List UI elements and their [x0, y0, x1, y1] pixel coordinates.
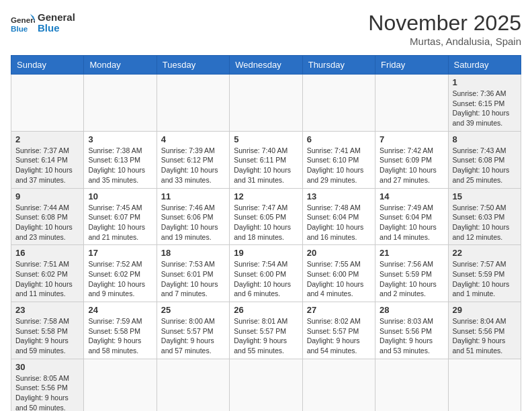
day-info: Sunrise: 7:36 AM Sunset: 6:15 PM Dayligh… — [453, 89, 517, 128]
day-cell: 23Sunrise: 7:58 AM Sunset: 5:58 PM Dayli… — [11, 302, 84, 359]
day-cell — [84, 359, 157, 411]
day-cell: 24Sunrise: 7:59 AM Sunset: 5:58 PM Dayli… — [84, 302, 157, 359]
day-cell: 2Sunrise: 7:37 AM Sunset: 6:14 PM Daylig… — [11, 131, 84, 188]
day-info: Sunrise: 8:04 AM Sunset: 5:56 PM Dayligh… — [453, 316, 517, 356]
day-info: Sunrise: 7:51 AM Sunset: 6:02 PM Dayligh… — [15, 259, 79, 299]
day-number: 28 — [380, 305, 443, 315]
day-info: Sunrise: 8:01 AM Sunset: 5:57 PM Dayligh… — [234, 316, 298, 356]
day-info: Sunrise: 7:39 AM Sunset: 6:12 PM Dayligh… — [161, 146, 225, 185]
day-cell: 4Sunrise: 7:39 AM Sunset: 6:12 PM Daylig… — [157, 131, 229, 188]
day-cell: 25Sunrise: 8:00 AM Sunset: 5:57 PM Dayli… — [157, 302, 229, 359]
day-cell: 5Sunrise: 7:40 AM Sunset: 6:11 PM Daylig… — [230, 131, 302, 188]
day-number: 19 — [234, 248, 298, 258]
day-cell: 30Sunrise: 8:05 AM Sunset: 5:56 PM Dayli… — [11, 359, 84, 411]
day-cell — [375, 75, 448, 132]
day-info: Sunrise: 7:52 AM Sunset: 6:02 PM Dayligh… — [88, 259, 152, 299]
logo-icon: General Blue — [11, 11, 35, 35]
day-number: 7 — [380, 134, 443, 144]
day-info: Sunrise: 7:54 AM Sunset: 6:00 PM Dayligh… — [234, 259, 298, 299]
weekday-header-tuesday: Tuesday — [157, 56, 229, 75]
day-info: Sunrise: 7:38 AM Sunset: 6:13 PM Dayligh… — [88, 146, 152, 185]
day-number: 9 — [15, 191, 79, 201]
day-cell: 9Sunrise: 7:44 AM Sunset: 6:08 PM Daylig… — [11, 188, 84, 245]
day-number: 27 — [307, 305, 371, 315]
day-info: Sunrise: 8:05 AM Sunset: 5:56 PM Dayligh… — [15, 373, 79, 411]
day-info: Sunrise: 7:46 AM Sunset: 6:06 PM Dayligh… — [161, 203, 225, 242]
day-info: Sunrise: 7:42 AM Sunset: 6:09 PM Dayligh… — [380, 146, 443, 185]
day-info: Sunrise: 7:55 AM Sunset: 6:00 PM Dayligh… — [307, 259, 371, 299]
day-cell — [84, 75, 157, 132]
title-area: November 2025 Murtas, Andalusia, Spain — [368, 11, 521, 47]
day-cell: 15Sunrise: 7:50 AM Sunset: 6:03 PM Dayli… — [448, 188, 521, 245]
week-row-6: 30Sunrise: 8:05 AM Sunset: 5:56 PM Dayli… — [11, 359, 521, 411]
day-info: Sunrise: 7:45 AM Sunset: 6:07 PM Dayligh… — [88, 203, 152, 242]
day-number: 17 — [88, 248, 152, 258]
day-cell — [157, 359, 229, 411]
day-cell: 17Sunrise: 7:52 AM Sunset: 6:02 PM Dayli… — [84, 245, 157, 302]
day-cell: 14Sunrise: 7:49 AM Sunset: 6:04 PM Dayli… — [375, 188, 448, 245]
day-cell — [302, 75, 375, 132]
weekday-header-wednesday: Wednesday — [230, 56, 302, 75]
day-cell: 18Sunrise: 7:53 AM Sunset: 6:01 PM Dayli… — [157, 245, 229, 302]
day-number: 18 — [161, 248, 225, 258]
day-number: 20 — [307, 248, 371, 258]
day-number: 16 — [15, 248, 79, 258]
week-row-5: 23Sunrise: 7:58 AM Sunset: 5:58 PM Dayli… — [11, 302, 521, 359]
weekday-header-thursday: Thursday — [302, 56, 375, 75]
day-cell: 13Sunrise: 7:48 AM Sunset: 6:04 PM Dayli… — [302, 188, 375, 245]
day-cell: 3Sunrise: 7:38 AM Sunset: 6:13 PM Daylig… — [84, 131, 157, 188]
day-cell: 7Sunrise: 7:42 AM Sunset: 6:09 PM Daylig… — [375, 131, 448, 188]
day-info: Sunrise: 7:53 AM Sunset: 6:01 PM Dayligh… — [161, 259, 225, 299]
month-title: November 2025 — [368, 11, 521, 36]
day-info: Sunrise: 8:00 AM Sunset: 5:57 PM Dayligh… — [161, 316, 225, 356]
day-number: 21 — [380, 248, 443, 258]
calendar-table: SundayMondayTuesdayWednesdayThursdayFrid… — [11, 55, 521, 411]
day-number: 3 — [88, 134, 152, 144]
day-info: Sunrise: 7:56 AM Sunset: 5:59 PM Dayligh… — [380, 259, 443, 299]
day-info: Sunrise: 7:59 AM Sunset: 5:58 PM Dayligh… — [88, 316, 152, 356]
day-cell — [230, 75, 302, 132]
day-cell — [302, 359, 375, 411]
day-info: Sunrise: 7:43 AM Sunset: 6:08 PM Dayligh… — [453, 146, 517, 185]
day-info: Sunrise: 7:58 AM Sunset: 5:58 PM Dayligh… — [15, 316, 79, 356]
day-cell: 21Sunrise: 7:56 AM Sunset: 5:59 PM Dayli… — [375, 245, 448, 302]
day-info: Sunrise: 8:02 AM Sunset: 5:57 PM Dayligh… — [307, 316, 371, 356]
day-info: Sunrise: 7:50 AM Sunset: 6:03 PM Dayligh… — [453, 203, 517, 242]
day-cell: 26Sunrise: 8:01 AM Sunset: 5:57 PM Dayli… — [230, 302, 302, 359]
day-info: Sunrise: 7:48 AM Sunset: 6:04 PM Dayligh… — [307, 203, 371, 242]
logo-blue-text: Blue — [38, 23, 75, 34]
day-cell — [230, 359, 302, 411]
day-number: 24 — [88, 305, 152, 315]
day-cell — [157, 75, 229, 132]
weekday-header-monday: Monday — [84, 56, 157, 75]
day-cell: 28Sunrise: 8:03 AM Sunset: 5:56 PM Dayli… — [375, 302, 448, 359]
week-row-1: 1Sunrise: 7:36 AM Sunset: 6:15 PM Daylig… — [11, 75, 521, 132]
day-cell: 10Sunrise: 7:45 AM Sunset: 6:07 PM Dayli… — [84, 188, 157, 245]
day-info: Sunrise: 7:49 AM Sunset: 6:04 PM Dayligh… — [380, 203, 443, 242]
day-cell: 1Sunrise: 7:36 AM Sunset: 6:15 PM Daylig… — [448, 75, 521, 132]
day-cell — [11, 75, 84, 132]
day-number: 11 — [161, 191, 225, 201]
day-info: Sunrise: 7:44 AM Sunset: 6:08 PM Dayligh… — [15, 203, 79, 242]
day-cell: 22Sunrise: 7:57 AM Sunset: 5:59 PM Dayli… — [448, 245, 521, 302]
day-cell: 27Sunrise: 8:02 AM Sunset: 5:57 PM Dayli… — [302, 302, 375, 359]
day-cell: 20Sunrise: 7:55 AM Sunset: 6:00 PM Dayli… — [302, 245, 375, 302]
day-number: 10 — [88, 191, 152, 201]
day-number: 29 — [453, 305, 517, 315]
day-number: 4 — [161, 134, 225, 144]
day-cell: 6Sunrise: 7:41 AM Sunset: 6:10 PM Daylig… — [302, 131, 375, 188]
day-cell: 8Sunrise: 7:43 AM Sunset: 6:08 PM Daylig… — [448, 131, 521, 188]
svg-text:General: General — [11, 15, 35, 24]
day-number: 23 — [15, 305, 79, 315]
week-row-2: 2Sunrise: 7:37 AM Sunset: 6:14 PM Daylig… — [11, 131, 521, 188]
day-number: 15 — [453, 191, 517, 201]
weekday-header-friday: Friday — [375, 56, 448, 75]
logo: General Blue General Blue — [11, 11, 75, 35]
day-number: 1 — [453, 77, 517, 87]
day-number: 8 — [453, 134, 517, 144]
day-info: Sunrise: 7:37 AM Sunset: 6:14 PM Dayligh… — [15, 146, 79, 185]
day-info: Sunrise: 8:03 AM Sunset: 5:56 PM Dayligh… — [380, 316, 443, 356]
day-cell: 12Sunrise: 7:47 AM Sunset: 6:05 PM Dayli… — [230, 188, 302, 245]
day-number: 13 — [307, 191, 371, 201]
day-number: 25 — [161, 305, 225, 315]
